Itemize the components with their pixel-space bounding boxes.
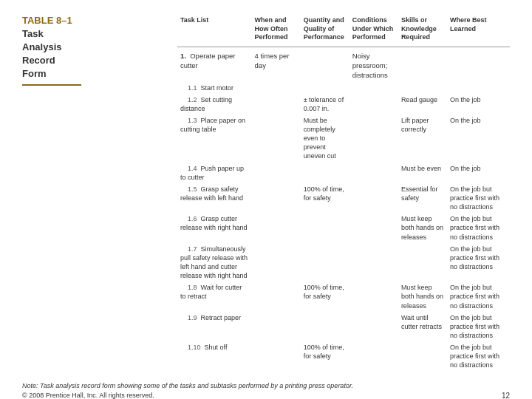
title-underline bbox=[22, 84, 81, 86]
cell-where: On the job but practice first with no di… bbox=[447, 183, 510, 213]
table-row: 1.2 Set cutting distance ± tolerance of … bbox=[177, 94, 510, 115]
cell-where: On the job bbox=[447, 163, 510, 183]
cell-when bbox=[252, 115, 301, 163]
cell-skills bbox=[398, 341, 447, 371]
cell-task: 1.2 Set cutting distance bbox=[177, 94, 252, 115]
cell-where bbox=[447, 82, 510, 94]
cell-cond bbox=[349, 243, 398, 282]
cell-where: On the job bbox=[447, 94, 510, 115]
cell-skills: Wait until cutter retracts bbox=[398, 312, 447, 341]
table-row: 1.7 Simultaneously pull safety release w… bbox=[177, 243, 510, 282]
cell-qty bbox=[301, 163, 349, 183]
table-row: 1.9 Retract paper Wait until cutter retr… bbox=[177, 312, 510, 341]
cell-task: 1.7 Simultaneously pull safety release w… bbox=[177, 243, 252, 282]
cell-qty bbox=[301, 312, 349, 341]
header-qty: Quantity andQuality ofPerformance bbox=[301, 15, 349, 47]
cell-when bbox=[252, 243, 301, 282]
cell-task: 1.6 Grasp cutter release with right hand bbox=[177, 213, 252, 242]
page-number: 12 bbox=[502, 392, 510, 399]
cell-where: On the job but practice first with no di… bbox=[447, 341, 510, 371]
cell-cond bbox=[349, 183, 398, 213]
cell-skills: Essential for safety bbox=[398, 183, 447, 213]
cell-skills bbox=[398, 82, 447, 94]
cell-task: 1. Operate paper cutter bbox=[177, 47, 252, 82]
cell-task: 1.9 Retract paper bbox=[177, 312, 252, 341]
table-row: 1.6 Grasp cutter release with right hand… bbox=[177, 213, 510, 242]
cell-skills: Must keep both hands on releases bbox=[398, 282, 447, 311]
cell-task: 1.5 Grasp safety release with left hand bbox=[177, 183, 252, 213]
cell-qty bbox=[301, 82, 349, 94]
title-name: Task Analysis Record Form bbox=[22, 27, 81, 81]
cell-cond bbox=[349, 94, 398, 115]
header-conditions: ConditionsUnder WhichPerformed bbox=[349, 15, 398, 47]
cell-cond bbox=[349, 163, 398, 183]
note-text: Note: Task analysis record form showing … bbox=[22, 382, 510, 389]
cell-cond bbox=[349, 282, 398, 311]
cell-qty: 100% of time, for safety bbox=[301, 282, 349, 311]
cell-task: 1.8 Wait for cutter to retract bbox=[177, 282, 252, 311]
header-task-list: Task List bbox=[177, 15, 252, 47]
cell-cond: Noisy pressroom; distractions bbox=[349, 47, 398, 82]
cell-task: 1.10 Shut off bbox=[177, 341, 252, 371]
cell-qty bbox=[301, 243, 349, 282]
table-row: 1.1 Start motor bbox=[177, 82, 510, 94]
cell-skills: Must be even bbox=[398, 163, 447, 183]
table-row: 1.5 Grasp safety release with left hand … bbox=[177, 183, 510, 213]
cell-qty: Must be completely even to prevent uneve… bbox=[301, 115, 349, 163]
cell-skills: Must keep both hands on releases bbox=[398, 213, 447, 242]
cell-qty: 100% of time, for safety bbox=[301, 341, 349, 371]
cell-when: 4 times per day bbox=[252, 47, 301, 82]
copyright-text: © 2008 Prentice Hall, Inc. All rights re… bbox=[22, 392, 154, 399]
cell-where: On the job but practice first with no di… bbox=[447, 312, 510, 341]
cell-where: On the job but practice first with no di… bbox=[447, 213, 510, 242]
title-section: TABLE 8–1 Task Analysis Record Form bbox=[22, 15, 89, 372]
cell-when bbox=[252, 213, 301, 242]
cell-task: 1.4 Push paper up to cutter bbox=[177, 163, 252, 183]
table-row: 1. Operate paper cutter 4 times per day … bbox=[177, 47, 510, 82]
table-header-row: Task List When andHow OftenPerformed Qua… bbox=[177, 15, 510, 47]
cell-cond bbox=[349, 312, 398, 341]
cell-skills: Read gauge bbox=[398, 94, 447, 115]
table-row: 1.3 Place paper on cutting table Must be… bbox=[177, 115, 510, 163]
cell-when bbox=[252, 341, 301, 371]
cell-qty: 100% of time, for safety bbox=[301, 183, 349, 213]
header-when: When andHow OftenPerformed bbox=[252, 15, 301, 47]
header-skills: Skills orKnowledgeRequired bbox=[398, 15, 447, 47]
cell-qty bbox=[301, 47, 349, 82]
table-label: TABLE 8–1 bbox=[22, 15, 81, 27]
footer-row: © 2008 Prentice Hall, Inc. All rights re… bbox=[22, 392, 510, 399]
cell-where bbox=[447, 47, 510, 82]
cell-when bbox=[252, 282, 301, 311]
table-row: 1.4 Push paper up to cutter Must be even… bbox=[177, 163, 510, 183]
cell-task: 1.3 Place paper on cutting table bbox=[177, 115, 252, 163]
main-table-section: Task List When andHow OftenPerformed Qua… bbox=[177, 15, 510, 372]
cell-cond bbox=[349, 115, 398, 163]
cell-cond bbox=[349, 341, 398, 371]
cell-skills bbox=[398, 243, 447, 282]
cell-cond bbox=[349, 213, 398, 242]
cell-where: On the job but practice first with no di… bbox=[447, 243, 510, 282]
cell-task: 1.1 Start motor bbox=[177, 82, 252, 94]
cell-skills: Lift paper correctly bbox=[398, 115, 447, 163]
task-analysis-table: Task List When andHow OftenPerformed Qua… bbox=[177, 15, 510, 372]
cell-when bbox=[252, 312, 301, 341]
table-row: 1.10 Shut off 100% of time, for safety O… bbox=[177, 341, 510, 371]
cell-when bbox=[252, 82, 301, 94]
cell-where: On the job bbox=[447, 115, 510, 163]
header-where: Where BestLearned bbox=[447, 15, 510, 47]
cell-when bbox=[252, 163, 301, 183]
table-row: 1.8 Wait for cutter to retract 100% of t… bbox=[177, 282, 510, 311]
cell-when bbox=[252, 183, 301, 213]
cell-qty: ± tolerance of 0.007 in. bbox=[301, 94, 349, 115]
cell-cond bbox=[349, 82, 398, 94]
cell-skills bbox=[398, 47, 447, 82]
cell-qty bbox=[301, 213, 349, 242]
note-section: Note: Task analysis record form showing … bbox=[22, 382, 510, 399]
cell-where: On the job but practice first with no di… bbox=[447, 282, 510, 311]
cell-when bbox=[252, 94, 301, 115]
